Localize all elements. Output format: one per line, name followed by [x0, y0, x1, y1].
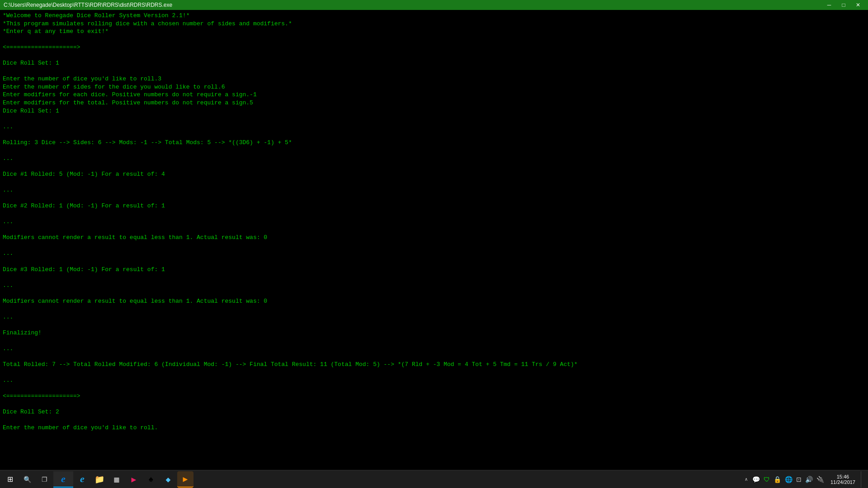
taskbar-left: ⊞ 🔍 ❐ e e 📁 ▦ ▶ ♠ ◆ ▶	[0, 470, 193, 488]
tray-lock-icon[interactable]: 🔒	[773, 475, 782, 484]
start-button[interactable]: ⊞	[2, 471, 18, 488]
taskbar-app-ie[interactable]: e	[74, 471, 90, 488]
taskbar-app-file-explorer[interactable]: 📁	[91, 471, 108, 488]
title-bar-controls: ─ □ ✕	[823, 1, 864, 9]
taskbar-right: ∧ 💬 🛡 🔒 🌐 ⊡ 🔊 🔌 15:46 11/24/2017	[743, 470, 868, 488]
tray-shield-icon[interactable]: 🛡	[763, 475, 771, 484]
show-desktop-button[interactable]	[861, 471, 864, 488]
tray-battery-icon[interactable]: 🔌	[816, 475, 825, 484]
search-button[interactable]: 🔍	[19, 471, 35, 488]
title-bar-text: C:\Users\Renegade\Desktop\RTTS\RDR\RDRS\…	[4, 2, 172, 8]
tray-volume-icon[interactable]: 🔊	[804, 475, 814, 484]
tray-display-icon[interactable]: ⊡	[795, 475, 802, 484]
task-view-button[interactable]: ❐	[36, 471, 52, 488]
taskbar-app-terminal[interactable]: ▶	[177, 471, 193, 488]
taskbar-app-edge[interactable]: e	[53, 471, 73, 488]
clock-date: 11/24/2017	[830, 479, 855, 485]
minimize-button[interactable]: ─	[823, 1, 835, 9]
clock[interactable]: 15:46 11/24/2017	[827, 474, 859, 485]
terminal-output: *Welcome to Renegade Dice Roller System …	[0, 10, 868, 470]
tray-network-icon[interactable]: 🌐	[784, 475, 793, 484]
close-button[interactable]: ✕	[852, 1, 864, 9]
taskbar-app-app7[interactable]: ◆	[160, 471, 176, 488]
taskbar-app-media[interactable]: ▶	[126, 471, 142, 488]
restore-button[interactable]: □	[837, 1, 850, 9]
taskbar-app-calculator[interactable]: ▦	[108, 471, 125, 488]
title-bar: C:\Users\Renegade\Desktop\RTTS\RDR\RDRS\…	[0, 0, 868, 10]
tray-message-icon[interactable]: 💬	[751, 475, 761, 484]
clock-time: 15:46	[837, 474, 849, 479]
system-tray: ∧ 💬 🛡 🔒 🌐 ⊡ 🔊 🔌	[743, 475, 825, 484]
taskbar-app-steam[interactable]: ♠	[143, 471, 159, 488]
taskbar: ⊞ 🔍 ❐ e e 📁 ▦ ▶ ♠ ◆ ▶ ∧ 💬 🛡 🔒 🌐 ⊡ 🔊 🔌 15…	[0, 470, 868, 488]
tray-expand-button[interactable]: ∧	[743, 475, 750, 483]
